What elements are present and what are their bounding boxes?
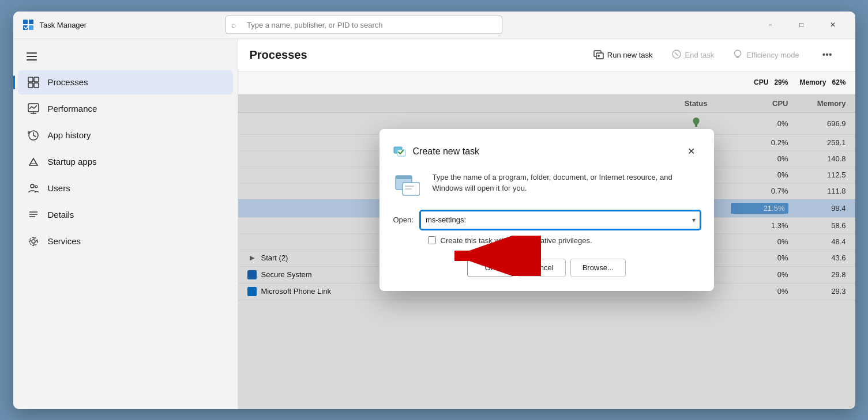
memory-label: Memory	[799, 78, 826, 86]
svg-rect-3	[29, 25, 33, 30]
efficiency-mode-button[interactable]: Efficiency mode	[726, 46, 806, 65]
task-manager-window: Task Manager ⌕ − □ ✕	[13, 12, 855, 409]
sidebar-item-performance[interactable]: Performance	[18, 97, 233, 121]
cpu-label: CPU	[754, 78, 768, 86]
sidebar-performance-label: Performance	[48, 104, 97, 113]
search-bar[interactable]: ⌕	[226, 16, 502, 34]
services-icon	[27, 235, 40, 248]
performance-icon	[27, 103, 40, 115]
app-history-icon	[27, 129, 40, 142]
startup-icon	[27, 156, 40, 168]
run-new-task-button[interactable]: Run new task	[587, 46, 660, 65]
memory-stat: Memory 62%	[799, 78, 846, 86]
dialog-buttons: OK Cancel Browse...	[393, 259, 700, 277]
sidebar-services-label: Services	[48, 236, 81, 246]
svg-rect-34	[405, 188, 412, 190]
open-input[interactable]	[420, 211, 700, 229]
svg-rect-7	[34, 83, 39, 88]
svg-rect-0	[23, 20, 28, 24]
content-header: Processes Run new task	[238, 39, 855, 71]
admin-checkbox[interactable]	[428, 236, 436, 244]
search-input[interactable]	[226, 16, 502, 34]
main-content: Processes Performance	[13, 39, 855, 409]
dialog-overlay: Create new task ✕	[238, 94, 855, 409]
open-input-wrap: ▾	[420, 211, 700, 229]
svg-rect-33	[405, 186, 414, 187]
admin-checkbox-label: Create this task with administrative pri…	[441, 236, 592, 245]
users-icon	[27, 182, 40, 195]
end-task-button[interactable]: End task	[664, 46, 722, 65]
hamburger-button[interactable]	[20, 46, 43, 67]
hamburger-icon	[27, 52, 37, 60]
end-task-label: End task	[685, 51, 715, 59]
stats-bar: CPU 29% Memory 62%	[238, 71, 855, 94]
svg-rect-5	[34, 77, 39, 82]
dialog-app-icon	[393, 145, 407, 158]
sidebar-users-label: Users	[48, 183, 70, 193]
ok-button[interactable]: OK	[467, 259, 513, 277]
window-controls: − □ ✕	[757, 16, 846, 34]
dialog-icon	[393, 172, 421, 199]
search-icon: ⌕	[231, 20, 236, 29]
sidebar-app-history-label: App history	[48, 130, 91, 140]
svg-point-13	[35, 186, 37, 188]
close-button[interactable]: ✕	[820, 16, 846, 34]
sidebar-startup-label: Startup apps	[48, 157, 97, 167]
end-task-icon	[671, 49, 682, 61]
sidebar-item-app-history[interactable]: App history	[18, 123, 233, 147]
svg-line-24	[675, 52, 678, 56]
open-row: Open: ▾	[393, 211, 700, 229]
cpu-value: 29%	[774, 78, 788, 86]
more-options-button[interactable]: •••	[811, 46, 844, 63]
svg-point-12	[31, 184, 34, 188]
dialog-title-bar: Create new task ✕	[393, 143, 700, 160]
svg-rect-31	[396, 176, 412, 179]
sidebar: Processes Performance	[13, 39, 238, 409]
browse-button[interactable]: Browse...	[570, 259, 626, 277]
table-area: Status CPU Memory	[238, 94, 855, 409]
admin-checkbox-row: Create this task with administrative pri…	[428, 236, 700, 245]
content-title: Processes	[250, 48, 307, 62]
run-task-icon	[593, 49, 604, 61]
cancel-button[interactable]: Cancel	[518, 259, 565, 277]
sidebar-details-label: Details	[48, 210, 74, 220]
dialog-body: Type the name of a program, folder, docu…	[393, 172, 700, 199]
cpu-stat: CPU 29%	[754, 78, 788, 86]
sidebar-processes-label: Processes	[48, 77, 88, 87]
efficiency-mode-label: Efficiency mode	[746, 51, 799, 59]
processes-icon	[27, 76, 40, 89]
dropdown-arrow-icon[interactable]: ▾	[692, 216, 696, 224]
create-new-task-dialog: Create new task ✕	[379, 129, 714, 291]
maximize-button[interactable]: □	[788, 16, 815, 34]
window-title: Task Manager	[40, 21, 87, 29]
sidebar-item-details[interactable]: Details	[18, 203, 233, 227]
dialog-description: Type the name of a program, folder, docu…	[433, 172, 700, 194]
more-options-icon: •••	[818, 50, 837, 60]
dialog-close-button[interactable]: ✕	[683, 143, 700, 160]
svg-point-17	[32, 240, 35, 243]
sidebar-item-users[interactable]: Users	[18, 176, 233, 200]
content-area: Processes Run new task	[238, 39, 855, 409]
svg-rect-4	[28, 77, 33, 82]
app-icon	[22, 19, 34, 31]
open-label: Open:	[393, 215, 414, 224]
dialog-form: Open: ▾ Create this task with administra…	[393, 211, 700, 245]
sidebar-item-startup-apps[interactable]: Startup apps	[18, 150, 233, 174]
minimize-button[interactable]: −	[757, 16, 784, 34]
run-new-task-label: Run new task	[607, 51, 653, 59]
memory-value: 62%	[832, 78, 846, 86]
svg-rect-1	[29, 20, 33, 24]
sidebar-item-services[interactable]: Services	[18, 229, 233, 253]
details-icon	[27, 209, 40, 221]
efficiency-mode-icon	[732, 49, 743, 61]
sidebar-item-processes[interactable]: Processes	[18, 70, 233, 94]
dialog-title: Create new task	[413, 146, 683, 157]
header-actions: Run new task End task	[587, 46, 844, 65]
title-bar: Task Manager ⌕ − □ ✕	[13, 12, 855, 39]
svg-rect-6	[28, 83, 33, 88]
